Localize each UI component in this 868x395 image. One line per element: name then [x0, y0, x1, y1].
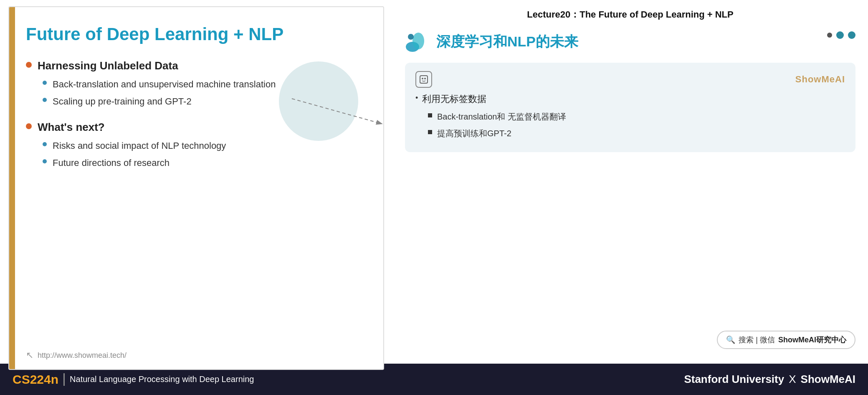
cn-bullet-dot-main: •: [415, 94, 418, 102]
course-code: CS224n: [13, 372, 58, 387]
slide-title: Future of Deep Learning + NLP: [26, 24, 362, 45]
svg-point-5: [422, 78, 423, 79]
cn-square-1: [428, 113, 432, 117]
main-bullet-dot-1: [26, 62, 32, 68]
showmeai-footer-text: ShowMeAI: [801, 373, 855, 386]
cursor-icon: ↖: [26, 350, 33, 361]
nav-dot-1[interactable]: [827, 33, 832, 38]
cn-sub-text-2: 提高预训练和GPT-2: [437, 127, 511, 140]
sub-bullet-text-2-1: Risks and social impact of NLP technolog…: [53, 139, 226, 153]
footer-url: http://www.showmeai.tech/: [38, 351, 127, 360]
bottom-left: CS224n Natural Language Processing with …: [13, 372, 254, 387]
lecture-header: Lecture20：The Future of Deep Learning + …: [405, 6, 855, 21]
nav-dots: [827, 31, 855, 39]
main-bullet-text-1: Harnessing Unlabeled Data: [38, 59, 178, 72]
ai-icon-row: ShowMeAI: [415, 71, 845, 88]
nav-dot-2[interactable]: [836, 31, 844, 39]
ai-icon: [415, 71, 432, 88]
right-panel: Lecture20：The Future of Deep Learning + …: [392, 0, 868, 364]
showmeai-logo: [405, 29, 430, 54]
cn-main-bullet: • 利用无标签数据: [415, 93, 845, 105]
sub-bullet-dot-2-2: [43, 159, 47, 163]
search-label: ShowMeAI研究中心: [778, 335, 846, 345]
sub-bullet-text-2-2: Future directions of research: [53, 156, 170, 170]
stanford-text: Stanford University: [684, 373, 784, 386]
decorative-circle: [279, 61, 358, 141]
bottom-right: Stanford University X ShowMeAI: [684, 373, 855, 386]
nav-dot-3[interactable]: [848, 31, 855, 39]
svg-rect-4: [420, 76, 428, 83]
slide-panel: Future of Deep Learning + NLP Harnessing…: [8, 6, 384, 370]
sub-bullet-dot-1-1: [43, 81, 47, 85]
showmeai-brand: ShowMeAI: [795, 74, 845, 85]
svg-point-6: [424, 78, 426, 79]
cn-title-section: 深度学习和NLP的未来: [405, 29, 855, 54]
sub-bullet-text-1-1: Back-translation and unsupervised machin…: [53, 77, 276, 91]
cn-square-2: [428, 130, 432, 134]
search-icon: 🔍: [726, 335, 735, 344]
x-separator: X: [789, 373, 796, 386]
search-bar[interactable]: 🔍 搜索 | 微信 ShowMeAI研究中心: [717, 331, 855, 349]
sub-bullet-dot-1-2: [43, 98, 47, 102]
main-bullet-dot-2: [26, 123, 32, 129]
sub-bullet-dot-2-1: [43, 142, 47, 146]
cn-sub-bullet-1: Back-translation和 无监督机器翻译: [428, 110, 845, 123]
cn-sub-bullet-2: 提高预训练和GPT-2: [428, 127, 845, 140]
sub-bullet-text-1-2: Scaling up pre-training and GPT-2: [53, 94, 192, 108]
course-name: Natural Language Processing with Deep Le…: [70, 375, 254, 384]
main-bullet-text-2: What's next?: [38, 121, 105, 134]
slide-footer: ↖ http://www.showmeai.tech/: [26, 350, 127, 361]
cn-title-text: 深度学习和NLP的未来: [436, 32, 578, 51]
divider-bar: [63, 373, 65, 386]
svg-point-3: [408, 34, 414, 40]
cn-sub-text-1: Back-translation和 无监督机器翻译: [437, 110, 566, 123]
ai-card: ShowMeAI • 利用无标签数据 Back-translation和 无监督…: [405, 63, 855, 152]
svg-point-2: [412, 33, 424, 49]
cn-bullet-main-text: 利用无标签数据: [422, 93, 486, 105]
search-text: 搜索 | 微信: [739, 335, 775, 345]
